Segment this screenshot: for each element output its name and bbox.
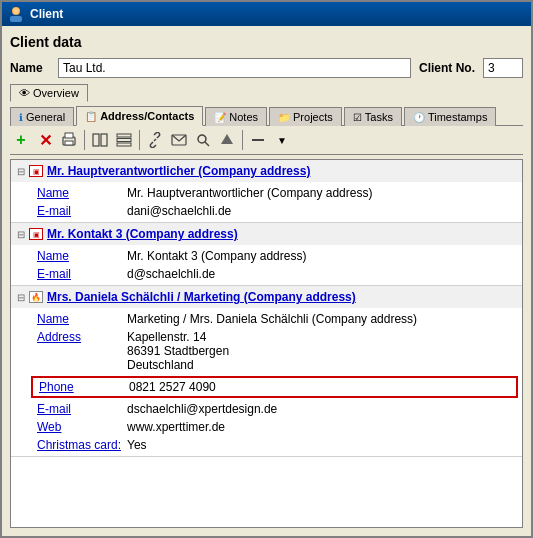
contact-group-1: ⊟ ▣ Mr. Hauptverantwortlicher (Company a… (11, 160, 522, 223)
title-bar: Client (2, 2, 531, 26)
print-button[interactable] (58, 129, 80, 151)
tab-address-label: Address/Contacts (100, 110, 194, 122)
svg-line-12 (154, 139, 156, 141)
contact-group-2: ⊟ ▣ Mr. Kontakt 3 (Company address) Name… (11, 223, 522, 286)
svg-rect-10 (117, 139, 131, 142)
field-value-web-3: www.xperttimer.de (127, 420, 516, 434)
contact-header-3[interactable]: ⊟ 🔥 Mrs. Daniela Schälchli / Marketing (… (11, 286, 522, 308)
name-input[interactable] (58, 58, 411, 78)
window-title: Client (30, 7, 63, 21)
toolbar-sep2 (139, 130, 140, 150)
contact-row-1-name: Name Mr. Hauptverantwortlicher (Company … (31, 184, 522, 202)
field-label-name-1[interactable]: Name (37, 186, 127, 200)
add-button[interactable]: + (10, 129, 32, 151)
contacts-list: ⊟ ▣ Mr. Hauptverantwortlicher (Company a… (10, 159, 523, 528)
list-button[interactable] (113, 129, 135, 151)
field-value-christmas-3: Yes (127, 438, 516, 452)
contact-name-3[interactable]: Mrs. Daniela Schälchli / Marketing (Comp… (47, 290, 356, 304)
field-value-email-2: d@schaelchli.de (127, 267, 516, 281)
tab-tasks-label: Tasks (365, 111, 393, 123)
notes-icon: 📝 (214, 112, 226, 123)
tab-row: ℹ General 📋 Address/Contacts 📝 Notes 📁 P… (10, 105, 523, 126)
svg-rect-8 (101, 134, 107, 146)
field-value-email-3: dschaelchli@xpertdesign.de (127, 402, 516, 416)
tab-general[interactable]: ℹ General (10, 107, 74, 126)
section-title: Client data (10, 34, 523, 50)
expand-icon-1[interactable]: ⊟ (17, 166, 25, 177)
field-label-christmas-3[interactable]: Christmas card: (37, 438, 127, 452)
client-no-label: Client No. (419, 61, 475, 75)
expand-icon-3[interactable]: ⊟ (17, 292, 25, 303)
svg-rect-17 (252, 139, 264, 141)
delete-button[interactable]: ✕ (34, 129, 56, 151)
contact-header-2[interactable]: ⊟ ▣ Mr. Kontakt 3 (Company address) (11, 223, 522, 245)
contact-header-1[interactable]: ⊟ ▣ Mr. Hauptverantwortlicher (Company a… (11, 160, 522, 182)
contact-row-3-christmas: Christmas card: Yes (31, 436, 522, 454)
tab-timestamps[interactable]: 🕐 Timestamps (404, 107, 497, 126)
contact-row-3-email: E-mail dschaelchli@xpertdesign.de (31, 400, 522, 418)
navigate-button[interactable] (216, 129, 238, 151)
contact-details-1: Name Mr. Hauptverantwortlicher (Company … (11, 182, 522, 222)
svg-point-14 (198, 135, 206, 143)
contact-row-3-phone: Phone 0821 2527 4090 (31, 376, 518, 398)
contact-row-3-web: Web www.xperttimer.de (31, 418, 522, 436)
tab-address[interactable]: 📋 Address/Contacts (76, 106, 203, 126)
field-value-address-3: Kapellenstr. 14 86391 Stadtbergen Deutsc… (127, 330, 516, 372)
columns-button[interactable] (89, 129, 111, 151)
window-icon (8, 6, 24, 22)
tab-projects-label: Projects (293, 111, 333, 123)
svg-rect-6 (65, 141, 73, 145)
svg-rect-5 (65, 133, 73, 138)
field-label-web-3[interactable]: Web (37, 420, 127, 434)
address-icon: 📋 (85, 111, 97, 122)
field-label-email-3[interactable]: E-mail (37, 402, 127, 416)
more-button[interactable] (247, 129, 269, 151)
overview-tab[interactable]: 👁 Overview (10, 84, 88, 102)
contact-row-2-email: E-mail d@schaelchli.de (31, 265, 522, 283)
expand-icon-2[interactable]: ⊟ (17, 229, 25, 240)
field-label-name-2[interactable]: Name (37, 249, 127, 263)
name-row: Name Client No. (10, 58, 523, 78)
svg-rect-7 (93, 134, 99, 146)
svg-rect-9 (117, 134, 131, 137)
field-label-name-3[interactable]: Name (37, 312, 127, 326)
contact-name-1[interactable]: Mr. Hauptverantwortlicher (Company addre… (47, 164, 310, 178)
main-window: Client Client data Name Client No. 👁 Ove… (0, 0, 533, 538)
field-label-address-3[interactable]: Address (37, 330, 127, 372)
contact-row-1-email: E-mail dani@schaelchli.de (31, 202, 522, 220)
general-icon: ℹ (19, 112, 23, 123)
field-value-name-1: Mr. Hauptverantwortlicher (Company addre… (127, 186, 516, 200)
name-label: Name (10, 61, 50, 75)
field-label-email-2[interactable]: E-mail (37, 267, 127, 281)
tab-notes[interactable]: 📝 Notes (205, 107, 267, 126)
svg-line-15 (205, 142, 209, 146)
tab-timestamps-label: Timestamps (428, 111, 488, 123)
timestamps-icon: 🕐 (413, 112, 425, 123)
link-button[interactable] (144, 129, 166, 151)
field-value-name-3: Marketing / Mrs. Daniela Schälchli (Comp… (127, 312, 516, 326)
projects-icon: 📁 (278, 112, 290, 123)
contact-name-2[interactable]: Mr. Kontakt 3 (Company address) (47, 227, 238, 241)
contact-details-2: Name Mr. Kontakt 3 (Company address) E-m… (11, 245, 522, 285)
vcard-icon-3: 🔥 (29, 291, 43, 303)
contact-details-3: Name Marketing / Mrs. Daniela Schälchli … (11, 308, 522, 456)
svg-rect-3 (13, 16, 19, 19)
search-button[interactable] (192, 129, 214, 151)
overview-eye-icon: 👁 (19, 87, 30, 99)
field-label-email-1[interactable]: E-mail (37, 204, 127, 218)
contact-group-3: ⊟ 🔥 Mrs. Daniela Schälchli / Marketing (… (11, 286, 522, 457)
content-area: Client data Name Client No. 👁 Overview ℹ… (2, 26, 531, 536)
vcard-icon-2: ▣ (29, 228, 43, 240)
tab-notes-label: Notes (229, 111, 258, 123)
tab-projects[interactable]: 📁 Projects (269, 107, 342, 126)
contact-row-3-name: Name Marketing / Mrs. Daniela Schälchli … (31, 310, 522, 328)
field-label-phone-3[interactable]: Phone (39, 380, 129, 394)
toolbar-sep3 (242, 130, 243, 150)
email-button[interactable] (168, 129, 190, 151)
client-no-input[interactable] (483, 58, 523, 78)
toolbar: + ✕ (10, 126, 523, 155)
tab-tasks[interactable]: ☑ Tasks (344, 107, 402, 126)
svg-point-2 (13, 8, 19, 14)
field-value-name-2: Mr. Kontakt 3 (Company address) (127, 249, 516, 263)
dropdown-arrow-button[interactable]: ▼ (271, 129, 293, 151)
